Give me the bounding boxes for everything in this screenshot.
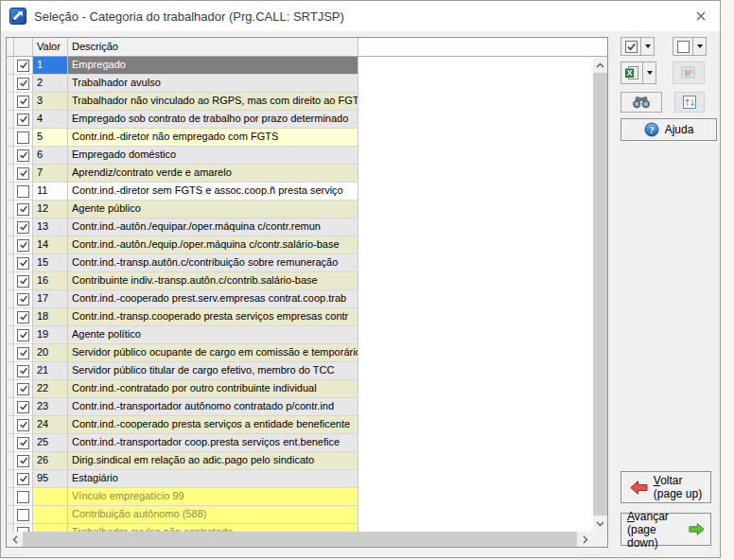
reorder-button[interactable]: ↑ ↓ [674,92,705,113]
forward-arrow-icon [689,522,705,536]
scroll-left-icon[interactable] [7,532,23,547]
row-checkbox-checked[interactable] [17,401,29,413]
row-indicator-cell [7,434,14,452]
table-row[interactable]: 4Empregado sob contrato de trabalho por … [7,111,593,129]
table-row[interactable]: 95Estagiário [7,470,593,488]
help-button[interactable]: ? Ajuda [620,118,717,141]
row-indicator-cell [7,147,14,165]
row-descricao-cell: Aprendiz/contrato verde e amarelo [68,165,358,183]
row-checkbox-checked[interactable] [17,293,29,306]
row-checkbox-cell [14,362,33,380]
vertical-scrollbar[interactable] [593,57,607,532]
scroll-up-icon[interactable] [593,57,607,73]
table-row[interactable]: 17Contr.ind.-cooperado prest.serv.empres… [7,290,593,308]
table-row[interactable]: Contribuição autônomo (588) [7,506,593,524]
scroll-right-icon[interactable] [577,532,593,547]
row-checkbox-unchecked[interactable] [17,491,29,503]
table-row[interactable]: 19Agente político [7,326,593,344]
row-checkbox-checked[interactable] [17,275,29,288]
table-row[interactable]: 25Contr.ind.-transportador coop.presta s… [7,434,593,452]
clear-all-button[interactable] [673,37,693,56]
voltar-button[interactable]: Voltar (page up) [620,471,711,503]
export-excel-button[interactable]: X [620,61,643,84]
table-row[interactable]: 24Contr.ind.-cooperado presta serviços a… [7,416,593,434]
row-checkbox-cell [14,488,33,506]
row-checkbox-unchecked[interactable] [17,131,29,144]
vertical-scroll-thumb[interactable] [593,73,607,516]
row-checkbox-checked[interactable] [17,239,29,252]
row-checkbox-checked[interactable] [17,383,29,395]
row-checkbox-checked[interactable] [17,203,29,216]
row-checkbox-checked[interactable] [17,257,29,270]
scroll-down-icon[interactable] [593,516,607,532]
row-checkbox-checked[interactable] [17,473,29,485]
close-icon[interactable] [691,8,710,25]
table-row[interactable]: 6Empregado doméstico [7,147,593,165]
row-checkbox-unchecked[interactable] [17,509,29,521]
row-checkbox-cell [14,344,33,362]
row-checkbox-checked[interactable] [17,311,29,324]
row-valor-cell: 20 [33,344,68,362]
pick-column-button[interactable]: ☛ [673,61,705,84]
table-row[interactable]: 13Contr.ind.-autôn./equipar./oper.máquin… [7,219,593,236]
row-checkbox-unchecked[interactable] [17,185,29,198]
row-descricao-cell: Contr.ind.-autôn./equipar./oper.máquina … [68,219,358,236]
table-row[interactable]: 12Agente público [7,201,593,219]
row-indicator-cell [7,236,14,254]
table-row[interactable]: Trabalhador avulso não contratado [7,524,593,532]
row-checkbox-checked[interactable] [17,167,29,180]
row-valor-cell: 1 [33,57,68,75]
select-all-dropdown[interactable] [641,37,655,56]
row-descricao-cell: Contr.ind.-cooperado presta serviços a e… [68,416,358,434]
table-row[interactable]: 16Contribuinte indiv.-transp.autôn.c/con… [7,272,593,290]
select-all-button[interactable] [620,37,641,56]
row-indicator-cell [7,488,14,506]
table-row[interactable]: Vínculo empregatício 99 [7,488,593,506]
row-checkbox-checked[interactable] [17,455,29,467]
row-checkbox-checked[interactable] [17,60,29,72]
table-row[interactable]: 1Empregado [7,57,593,75]
row-checkbox-checked[interactable] [17,96,29,108]
row-valor-cell: 21 [33,362,68,380]
table-row[interactable]: 22Contr.ind.-contratado por outro contri… [7,380,593,398]
row-valor-cell: 12 [33,201,68,219]
row-checkbox-checked[interactable] [17,365,29,377]
table-row[interactable]: 26Dirig.sindical em relação ao adic.pago… [7,452,593,470]
table-row[interactable]: 15Contr.ind.-transp.autôn.c/contribuição… [7,254,593,272]
search-button[interactable] [620,92,662,113]
table-row[interactable]: 3Trabalhador não vinculado ao RGPS, mas … [7,93,593,111]
row-checkbox-cell [14,165,33,183]
row-checkbox-checked[interactable] [17,78,29,90]
row-checkbox-cell [14,326,33,344]
table-row[interactable]: 11Contr.ind.-diretor sem FGTS e assoc.co… [7,183,593,201]
row-checkbox-checked[interactable] [17,149,29,162]
row-indicator-cell [7,380,14,398]
table-row[interactable]: 2Trabalhador avulso [7,75,593,93]
table-row[interactable]: 21Servidor público titular de cargo efet… [7,362,593,380]
table-row[interactable]: 18Contr.ind.-transp.cooperado presta ser… [7,308,593,326]
row-checkbox-checked[interactable] [17,221,29,234]
horizontal-scroll-thumb[interactable] [23,532,577,547]
row-checkbox-checked[interactable] [17,437,29,449]
table-row[interactable]: 20Servidor público ocupante de cargo em … [7,344,593,362]
row-checkbox-checked[interactable] [17,329,29,341]
table-row[interactable]: 7Aprendiz/contrato verde e amarelo [7,165,593,183]
row-descricao-cell: Trabalhador avulso não contratado [68,524,358,532]
export-dropdown[interactable] [643,61,656,84]
row-indicator-cell [7,470,14,488]
row-valor-cell: 95 [33,470,68,488]
row-checkbox-checked[interactable] [17,419,29,431]
dropdown-arrow-icon [645,44,651,48]
row-checkbox-checked[interactable] [17,114,29,126]
row-checkbox-cell [14,219,33,236]
clear-all-dropdown[interactable] [693,37,707,56]
table-row[interactable]: 14Contr.ind.-autôn./equip./oper.máquina … [7,236,593,254]
app-icon [9,8,26,25]
reorder-icon: ↑ ↓ [682,95,697,110]
table-row[interactable]: 5Contr.ind.-diretor não empregado com FG… [7,129,593,147]
row-indicator-cell [7,219,14,236]
row-checkbox-checked[interactable] [17,347,29,359]
table-row[interactable]: 23Contr.ind.-transportador autônomo cont… [7,398,593,416]
avancar-button[interactable]: Avançar (page down) [620,513,711,546]
horizontal-scrollbar[interactable] [7,532,593,547]
